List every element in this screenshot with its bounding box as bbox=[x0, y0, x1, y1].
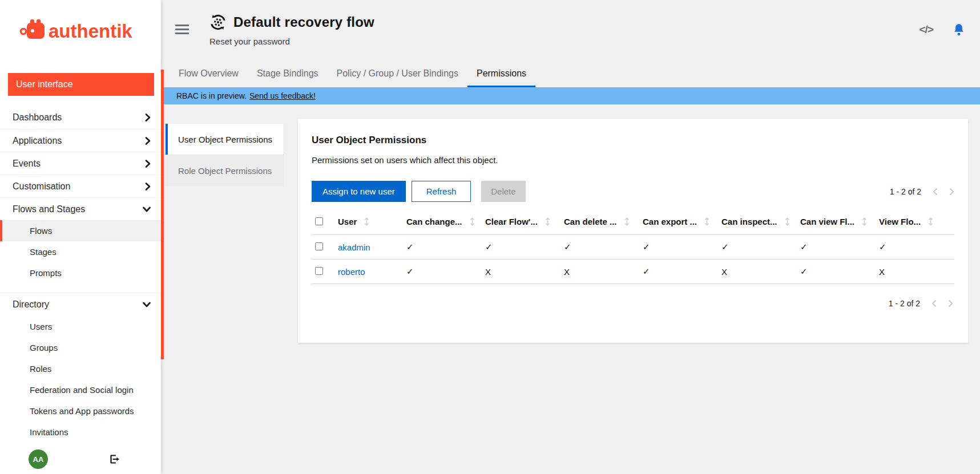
assign-to-new-user-button[interactable]: Assign to new user bbox=[312, 181, 406, 202]
applications-label: Applications bbox=[13, 136, 62, 146]
avatar[interactable]: AA bbox=[29, 449, 48, 469]
chevron-right-icon bbox=[145, 114, 151, 121]
user-object-permissions-card: User Object Permissions Permissions set … bbox=[298, 119, 968, 343]
sidebar-footer: AA bbox=[0, 446, 161, 472]
sidebar-item-invitations[interactable]: Invitations bbox=[0, 422, 161, 443]
sidebar-item-federation[interactable]: Federation and Social login bbox=[0, 379, 161, 400]
cell-can-export: ✓ bbox=[639, 260, 718, 284]
authentik-logo[interactable]: authentik bbox=[0, 0, 161, 62]
notification-bell-icon[interactable] bbox=[953, 23, 965, 37]
cell-can-inspect: X bbox=[718, 260, 797, 284]
tab-flow-overview-label: Flow Overview bbox=[179, 68, 239, 79]
subtab-user-object-permissions[interactable]: User Object Permissions bbox=[166, 124, 284, 155]
pagination-prev-icon[interactable] bbox=[931, 299, 937, 307]
select-all-checkbox[interactable] bbox=[315, 217, 323, 225]
cell-view-flow: X bbox=[876, 260, 954, 284]
user-link-akadmin[interactable]: akadmin bbox=[338, 242, 370, 252]
sidebar-item-user-interface[interactable]: User interface bbox=[8, 73, 154, 96]
cell-can-view: ✓ bbox=[797, 260, 876, 284]
page-header: Default recovery flow Reset your passwor… bbox=[164, 0, 980, 68]
sort-icon[interactable] bbox=[624, 218, 630, 228]
banner-text: RBAC is in preview. bbox=[176, 91, 247, 100]
sidebar-item-customisation[interactable]: Customisation bbox=[0, 175, 161, 197]
cell-can-delete: ✓ bbox=[560, 235, 639, 260]
sidebar-item-events[interactable]: Events bbox=[0, 152, 161, 175]
chevron-right-icon bbox=[145, 183, 151, 191]
authentik-logo-icon: authentik bbox=[19, 18, 142, 44]
sort-icon[interactable] bbox=[545, 218, 550, 228]
cell-can-inspect: ✓ bbox=[718, 235, 797, 260]
customisation-label: Customisation bbox=[13, 181, 70, 192]
refresh-button[interactable]: Refresh bbox=[412, 181, 471, 202]
pagination-label: 1 - 2 of 2 bbox=[890, 187, 921, 196]
pagination-next-icon[interactable] bbox=[948, 299, 953, 307]
invitations-label: Invitations bbox=[30, 427, 68, 437]
column-header-can-view: Can view Fl... bbox=[797, 211, 876, 235]
tab-permissions-label: Permissions bbox=[477, 68, 526, 79]
tokens-label: Tokens and App passwords bbox=[30, 406, 134, 416]
column-header-can-change: Can change... bbox=[403, 211, 482, 235]
subtab-role-object-permissions[interactable]: Role Object Permissions bbox=[166, 155, 284, 187]
pagination-next-icon[interactable] bbox=[949, 188, 954, 196]
hamburger-menu-icon[interactable] bbox=[175, 25, 189, 37]
cell-can-delete: X bbox=[560, 260, 639, 284]
pagination-bottom: 1 - 2 of 2 bbox=[312, 299, 954, 308]
chevron-down-icon bbox=[143, 302, 151, 307]
sidebar: authentik User interface Dashboards Appl… bbox=[0, 0, 161, 474]
federation-label: Federation and Social login bbox=[30, 385, 134, 395]
logout-icon[interactable] bbox=[108, 453, 120, 465]
permission-subtabs: User Object Permissions Role Object Perm… bbox=[166, 124, 284, 187]
tab-stage-bindings[interactable]: Stage Bindings bbox=[248, 68, 328, 87]
row-checkbox[interactable] bbox=[315, 267, 323, 275]
sidebar-item-flows[interactable]: Flows bbox=[0, 220, 161, 241]
sidebar-item-applications[interactable]: Applications bbox=[0, 129, 161, 152]
tab-flow-overview[interactable]: Flow Overview bbox=[170, 68, 248, 87]
sidebar-item-prompts[interactable]: Prompts bbox=[0, 262, 161, 283]
cell-clear-flow: ✓ bbox=[482, 235, 560, 260]
sort-icon[interactable] bbox=[785, 218, 790, 228]
tab-permissions[interactable]: Permissions bbox=[467, 68, 535, 87]
row-checkbox[interactable] bbox=[315, 242, 323, 250]
tab-policy-group-user-bindings[interactable]: Policy / Group / User Bindings bbox=[328, 68, 467, 87]
sort-icon[interactable] bbox=[470, 218, 475, 228]
pagination-bottom-label: 1 - 2 of 2 bbox=[889, 299, 920, 308]
sidebar-item-flows-and-stages[interactable]: Flows and Stages bbox=[0, 197, 161, 220]
prompts-label: Prompts bbox=[30, 268, 62, 278]
cell-can-change: ✓ bbox=[403, 260, 482, 284]
subtab-role-label: Role Object Permissions bbox=[178, 166, 272, 176]
sort-icon[interactable] bbox=[704, 218, 709, 228]
sort-icon[interactable] bbox=[364, 218, 369, 228]
main-content: Default recovery flow Reset your passwor… bbox=[164, 0, 980, 474]
groups-label: Groups bbox=[30, 343, 58, 353]
feedback-link[interactable]: Send us feedback! bbox=[249, 91, 316, 100]
sidebar-item-stages[interactable]: Stages bbox=[0, 241, 161, 262]
sidebar-item-groups[interactable]: Groups bbox=[0, 337, 161, 358]
directory-label: Directory bbox=[13, 299, 49, 310]
sidebar-item-users[interactable]: Users bbox=[0, 316, 161, 337]
chevron-down-icon bbox=[143, 206, 151, 212]
delete-button[interactable]: Delete bbox=[481, 181, 525, 202]
sidebar-item-tokens[interactable]: Tokens and App passwords bbox=[0, 400, 161, 422]
users-label: Users bbox=[30, 322, 52, 331]
pagination-prev-icon[interactable] bbox=[933, 188, 938, 196]
sidebar-item-roles[interactable]: Roles bbox=[0, 358, 161, 379]
card-description: Permissions set on users which affect th… bbox=[312, 155, 954, 165]
sort-icon[interactable] bbox=[928, 218, 933, 228]
table-header-row: User Can change... Clear Flow'... Can de… bbox=[312, 211, 954, 235]
dashboards-label: Dashboards bbox=[13, 112, 62, 123]
chevron-right-icon bbox=[145, 137, 151, 145]
user-link-roberto[interactable]: roberto bbox=[338, 267, 365, 277]
avatar-initials: AA bbox=[33, 455, 44, 464]
card-title: User Object Permissions bbox=[312, 135, 954, 146]
page-subtitle: Reset your password bbox=[209, 37, 374, 46]
sort-icon[interactable] bbox=[862, 218, 867, 228]
flows-and-stages-label: Flows and Stages bbox=[13, 204, 85, 214]
pagination-top: 1 - 2 of 2 bbox=[890, 187, 954, 196]
column-header-view-flow: View Flo... bbox=[876, 211, 954, 235]
sidebar-item-directory[interactable]: Directory bbox=[0, 293, 161, 316]
chevron-right-icon bbox=[145, 160, 151, 168]
page-title: Default recovery flow bbox=[233, 14, 374, 30]
sidebar-item-dashboards[interactable]: Dashboards bbox=[0, 106, 161, 129]
api-code-icon[interactable]: </> bbox=[919, 23, 933, 36]
events-label: Events bbox=[13, 159, 41, 169]
